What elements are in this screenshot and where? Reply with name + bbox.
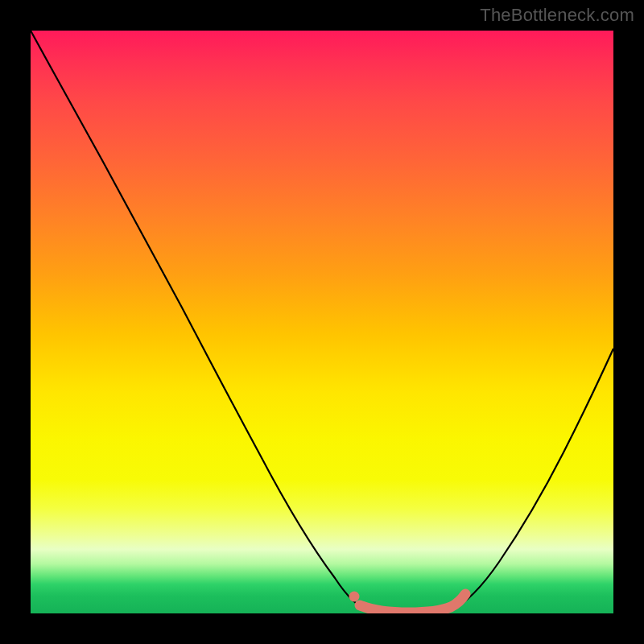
curve-right-branch <box>451 349 613 610</box>
curve-layer <box>31 31 613 613</box>
highlight-dot-2 <box>355 601 365 611</box>
plot-area <box>31 31 613 613</box>
chart-frame: TheBottleneck.com <box>0 0 644 644</box>
highlight-dot-1 <box>349 592 360 602</box>
curve-left-branch <box>31 31 369 610</box>
watermark-text: TheBottleneck.com <box>480 5 634 26</box>
valley-highlight <box>362 594 465 613</box>
